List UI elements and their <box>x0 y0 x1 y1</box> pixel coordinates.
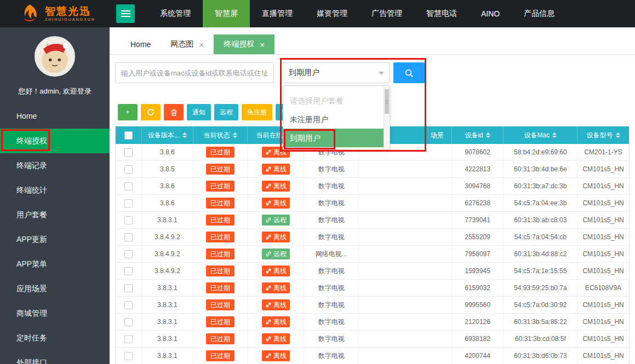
row-checkbox[interactable] <box>124 301 133 309</box>
close-tab-icon[interactable]: × <box>199 41 204 49</box>
device-version-cell: 3.8.6 <box>142 195 193 211</box>
tab-1[interactable]: Home <box>121 34 161 54</box>
nav-item-1[interactable]: 系统管理 <box>148 0 203 27</box>
scrollbar-thumb[interactable] <box>385 89 389 114</box>
dropdown-option-3[interactable]: 到期用户 <box>283 129 384 147</box>
search-button[interactable] <box>393 62 425 83</box>
row-checkbox[interactable] <box>124 148 133 157</box>
sidebar-item-3[interactable]: 终端记录 <box>0 153 110 178</box>
online-status-cell: 离线 <box>248 195 304 211</box>
sidebar-item-6[interactable]: APP更新 <box>0 227 110 252</box>
add-button[interactable]: + <box>118 104 138 120</box>
device-model-cell: CM101s5_HN <box>577 331 629 347</box>
device-id-cell: 9995560 <box>452 297 504 313</box>
row-checkbox[interactable] <box>124 352 133 360</box>
online-status-label: 离线 <box>273 234 287 240</box>
table-row: 3.8.4.9.2已过期远程网络电视...795809760:31:3b:4d:… <box>116 246 629 263</box>
sidebar-item-10[interactable]: 定时任务 <box>0 326 110 350</box>
online-status-cell: 离线 <box>248 178 304 194</box>
row-checkbox[interactable] <box>124 165 133 174</box>
sort-updown-icon[interactable] <box>552 132 557 138</box>
free-register-button[interactable]: 免注册 <box>242 104 272 120</box>
broken-link-icon <box>265 353 272 359</box>
scene-cell: 数字电视 <box>304 331 359 347</box>
sidebar-item-11[interactable]: 外部接口 <box>0 350 110 364</box>
search-input[interactable] <box>115 62 274 83</box>
row-checkbox[interactable] <box>124 267 133 275</box>
device-mac-cell: 60:31:3b:4d:be:6e <box>504 161 577 177</box>
column-label[interactable]: 设备版本... <box>148 131 180 140</box>
scene2-cell <box>359 331 452 347</box>
expired-status-badge: 已过期 <box>206 299 234 310</box>
column-label[interactable]: 设备Mac <box>524 131 550 140</box>
scene2-cell <box>359 161 452 177</box>
sidebar-item-1[interactable]: Home <box>0 104 110 129</box>
row-checkbox[interactable] <box>124 284 133 292</box>
offline-status-badge: 离线 <box>262 350 290 361</box>
device-version-cell: 3.8.4.9.2 <box>142 246 193 262</box>
table-row: 3.8.5已过期离线数字电视422281360:31:3b:4d:be:6eCM… <box>116 161 629 178</box>
sidebar-item-8[interactable]: 应用场景 <box>0 276 110 301</box>
refresh-button[interactable] <box>141 104 161 120</box>
row-checkbox[interactable] <box>124 216 133 224</box>
close-tab-icon[interactable]: × <box>260 41 265 49</box>
refresh-icon <box>147 108 155 116</box>
nav-item-8[interactable]: 产品信息 <box>512 0 567 27</box>
column-label[interactable]: 设备型号 <box>587 131 613 140</box>
row-checkbox[interactable] <box>124 182 133 190</box>
remote-button[interactable]: 远程 <box>214 104 238 120</box>
column-label[interactable]: 设备id <box>465 131 483 140</box>
sidebar-item-5[interactable]: 用户套餐 <box>0 203 110 227</box>
dropdown-scrollbar[interactable] <box>384 86 389 149</box>
tab-2[interactable]: 网态图× <box>161 34 214 54</box>
tab-3[interactable]: 终端授权× <box>214 34 274 54</box>
column-label[interactable]: 当前状态 <box>204 131 230 140</box>
dropdown-option-1[interactable]: 请选择用户套餐 <box>283 91 384 110</box>
offline-status-badge: 离线 <box>262 282 290 293</box>
link-icon <box>265 251 272 257</box>
sort-updown-icon[interactable] <box>182 132 187 138</box>
row-checkbox-cell <box>116 178 142 194</box>
nav-item-2[interactable]: 智慧屏 <box>203 0 250 27</box>
sidebar-item-7[interactable]: APP菜单 <box>0 252 110 276</box>
row-checkbox[interactable] <box>124 233 133 241</box>
row-checkbox[interactable] <box>124 250 133 258</box>
nav-item-7[interactable]: AINO <box>469 0 512 27</box>
online-status-cell: 远程 <box>248 212 304 228</box>
nav-item-3[interactable]: 直播管理 <box>250 0 305 27</box>
sidebar-item-9[interactable]: 商城管理 <box>0 301 110 326</box>
nav-item-5[interactable]: 广告管理 <box>359 0 414 27</box>
row-checkbox[interactable] <box>124 335 133 343</box>
toolbar-button-label: 免注册 <box>247 108 267 117</box>
device-mac-cell: 60:31:3b:d6:0b:73 <box>504 348 577 364</box>
expired-status-badge: 已过期 <box>206 232 234 242</box>
scene-cell: 网络电视... <box>304 246 359 262</box>
nav-item-6[interactable]: 智慧电话 <box>414 0 469 27</box>
status-cell: 已过期 <box>193 331 248 347</box>
top-navbar: 智慧光迅 ZHIHUIGUANGXUN 系统管理智慧屏直播管理媒资管理广告管理智… <box>0 0 635 27</box>
sidebar-item-2[interactable]: 终端授权 <box>0 129 110 153</box>
row-checkbox[interactable] <box>124 318 133 326</box>
dropdown-option-2[interactable]: 未注册用户 <box>283 110 384 129</box>
expired-status-badge: 已过期 <box>206 215 234 226</box>
sidebar-item-4[interactable]: 终端统计 <box>0 178 110 203</box>
device-mac-cell: 54:c5:7a:0d:30:92 <box>504 297 577 313</box>
user-package-select[interactable]: 到期用户 <box>283 62 390 83</box>
sort-updown-icon[interactable] <box>233 132 237 138</box>
row-checkbox[interactable] <box>124 199 133 207</box>
select-all-checkbox[interactable] <box>124 131 133 140</box>
scene2-cell <box>359 246 452 262</box>
scene-cell: 数字电视 <box>304 195 359 211</box>
delete-button[interactable] <box>164 104 184 120</box>
hamburger-icon[interactable] <box>116 4 135 23</box>
offline-status-badge: 离线 <box>262 316 290 327</box>
expired-status-badge: 已过期 <box>206 181 234 192</box>
status-cell: 已过期 <box>193 314 248 330</box>
sort-updown-icon[interactable] <box>486 132 490 138</box>
device-model-cell: CM101s5_HN <box>577 263 629 279</box>
nav-item-4[interactable]: 媒资管理 <box>305 0 359 27</box>
notify-button[interactable]: 通知 <box>187 104 211 120</box>
device-version-cell: 3.8.3.1 <box>142 331 193 347</box>
sort-updown-icon[interactable] <box>616 132 620 138</box>
online-status-label: 远程 <box>273 217 287 223</box>
